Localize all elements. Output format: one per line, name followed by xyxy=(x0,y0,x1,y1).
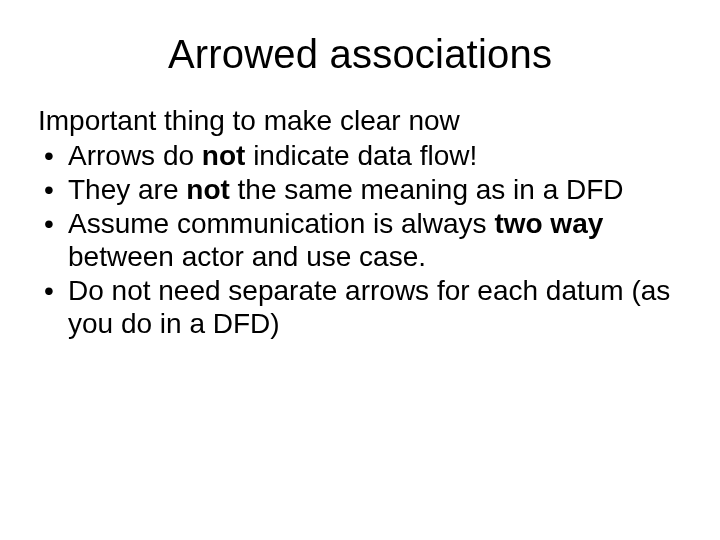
bullet-text-pre: They are xyxy=(68,174,186,205)
bullet-text-post: between actor and use case. xyxy=(68,241,426,272)
bullet-text-pre: Assume communication is always xyxy=(68,208,494,239)
slide-title: Arrowed associations xyxy=(38,32,682,77)
bullet-text: Do not need separate arrows for each dat… xyxy=(68,275,670,339)
bullet-text-bold: two way xyxy=(494,208,603,239)
list-item: Arrows do not indicate data flow! xyxy=(38,139,682,172)
bullet-text-pre: Arrows do xyxy=(68,140,202,171)
intro-text: Important thing to make clear now xyxy=(38,105,682,137)
bullet-list: Arrows do not indicate data flow! They a… xyxy=(38,139,682,340)
list-item: Do not need separate arrows for each dat… xyxy=(38,274,682,340)
bullet-text-bold: not xyxy=(202,140,246,171)
bullet-text-post: indicate data flow! xyxy=(245,140,477,171)
list-item: Assume communication is always two way b… xyxy=(38,207,682,273)
list-item: They are not the same meaning as in a DF… xyxy=(38,173,682,206)
bullet-text-post: the same meaning as in a DFD xyxy=(230,174,624,205)
slide: Arrowed associations Important thing to … xyxy=(0,0,720,540)
bullet-text-bold: not xyxy=(186,174,230,205)
